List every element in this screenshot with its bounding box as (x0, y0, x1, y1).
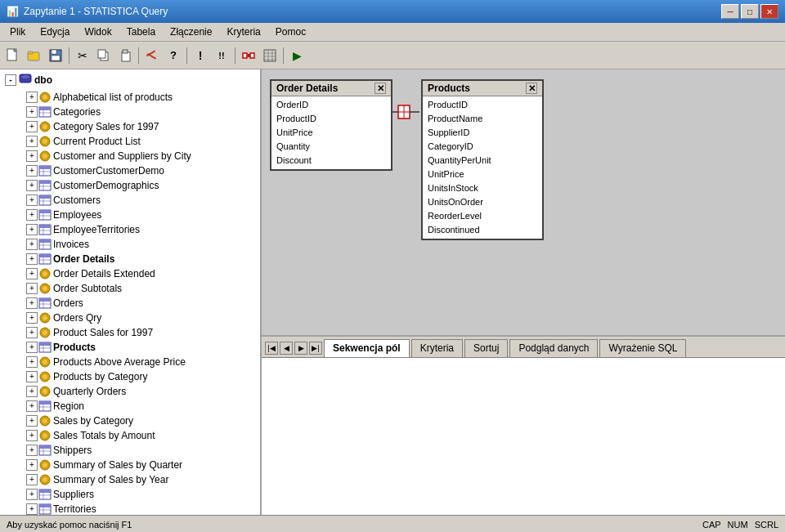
item-expand[interactable]: + (26, 239, 38, 250)
tab-nav-next[interactable]: ▶ (294, 342, 307, 355)
item-expand[interactable]: + (26, 297, 38, 309)
item-expand[interactable]: + (26, 268, 38, 279)
list-item[interactable]: + Sales Totals by Amount (0, 428, 260, 443)
item-expand[interactable]: + (26, 400, 38, 412)
list-item[interactable]: + Suppliers (0, 487, 260, 502)
field-productname[interactable]: ProductName (426, 112, 539, 126)
item-expand[interactable]: + (26, 489, 38, 500)
open-button[interactable] (25, 46, 44, 65)
order-details-close[interactable]: ✕ (375, 83, 386, 94)
menu-plik[interactable]: Plik (3, 25, 32, 39)
list-item[interactable]: + Territories (0, 502, 260, 515)
item-expand[interactable]: + (26, 371, 38, 382)
list-item[interactable]: + Products by Category (0, 369, 260, 384)
tree-panel[interactable]: - dbo + Alphabetical list of products + … (0, 69, 262, 515)
item-expand[interactable]: + (26, 253, 38, 265)
item-expand[interactable]: + (26, 474, 38, 485)
field-supplierid[interactable]: SupplierID (426, 126, 539, 140)
tab-sequence[interactable]: Sekwencja pól (324, 339, 410, 357)
save-button[interactable] (46, 46, 65, 65)
list-item[interactable]: + Summary of Sales by Quarter (0, 458, 260, 472)
list-item[interactable]: + Employees (0, 208, 260, 222)
dbo-expand[interactable]: - (5, 74, 16, 86)
list-item[interactable]: + Orders (0, 296, 260, 311)
item-expand[interactable]: + (26, 342, 38, 353)
field-orderid[interactable]: OrderID (275, 98, 388, 112)
list-item[interactable]: + Category Sales for 1997 (0, 119, 260, 134)
menu-kryteria[interactable]: Kryteria (220, 25, 267, 39)
item-expand[interactable]: + (26, 312, 38, 324)
item-expand[interactable]: + (26, 150, 38, 162)
tab-nav-first[interactable]: |◀ (265, 342, 278, 355)
tab-preview[interactable]: Podgląd danych (509, 339, 598, 357)
list-item[interactable]: + Order Subtotals (0, 281, 260, 296)
list-item[interactable]: + Shippers (0, 443, 260, 458)
item-expand[interactable]: + (26, 194, 38, 206)
products-header[interactable]: Products ✕ (423, 81, 542, 96)
item-expand[interactable]: + (26, 224, 38, 235)
list-item[interactable]: + CustomerDemographics (0, 178, 260, 193)
products-close[interactable]: ✕ (526, 83, 537, 94)
item-expand[interactable]: + (26, 503, 38, 515)
run2-button[interactable]: !! (212, 46, 231, 65)
list-item[interactable]: + Current Product List (0, 134, 260, 149)
list-item[interactable]: + EmployeeTerritories (0, 222, 260, 237)
item-expand[interactable]: + (26, 165, 38, 177)
close-button[interactable]: ✕ (760, 4, 778, 19)
tab-nav-prev[interactable]: ◀ (280, 342, 293, 355)
menu-widok[interactable]: Widok (78, 25, 118, 39)
field-quantity[interactable]: Quantity (275, 140, 388, 154)
new-button[interactable] (3, 46, 23, 65)
menu-pomoc[interactable]: Pomoc (269, 25, 312, 39)
tab-nav-last[interactable]: ▶| (309, 342, 322, 355)
field-reorderlevel[interactable]: ReorderLevel (426, 209, 539, 223)
order-details-header[interactable]: Order Details ✕ (271, 81, 391, 96)
item-expand[interactable]: + (26, 459, 38, 471)
minimize-button[interactable]: ─ (721, 4, 739, 19)
field-categoryid[interactable]: CategoryID (426, 140, 539, 154)
cut-button[interactable]: ✂ (73, 46, 92, 65)
field-quantityperunit[interactable]: QuantityPerUnit (426, 154, 539, 168)
list-item[interactable]: + Invoices (0, 237, 260, 252)
paste-button[interactable] (115, 46, 135, 65)
restore-button[interactable]: □ (741, 4, 759, 19)
item-expand[interactable]: + (26, 121, 38, 132)
field-productid[interactable]: ProductID (426, 98, 539, 112)
item-expand[interactable]: + (26, 415, 38, 427)
item-expand[interactable]: + (26, 386, 38, 397)
item-expand[interactable]: + (26, 106, 38, 118)
list-item-products[interactable]: + Products (0, 340, 260, 355)
menu-zlaczenie[interactable]: Złączenie (164, 25, 218, 39)
list-item[interactable]: + Summary of Sales by Year (0, 472, 260, 487)
list-item[interactable]: + Product Sales for 1997 (0, 325, 260, 340)
tab-sql[interactable]: Wyrażenie SQL (599, 339, 686, 357)
list-item[interactable]: + Products Above Average Price (0, 355, 260, 369)
help-button[interactable]: ? (164, 46, 183, 65)
copy-button[interactable] (94, 46, 114, 65)
list-item[interactable]: + Customers (0, 193, 260, 208)
item-expand[interactable]: + (26, 283, 38, 294)
list-item[interactable]: + Customer and Suppliers by City (0, 149, 260, 163)
field-discount[interactable]: Discount (275, 154, 388, 168)
connect-button[interactable] (239, 46, 258, 65)
erase-button[interactable] (142, 46, 162, 65)
menu-edycja[interactable]: Edycja (34, 25, 76, 39)
list-item[interactable]: + Orders Qry (0, 311, 260, 325)
field-discontinued[interactable]: Discontinued (426, 223, 539, 237)
item-expand[interactable]: + (26, 445, 38, 456)
list-item[interactable]: + Region (0, 399, 260, 414)
list-item[interactable]: + Quarterly Orders (0, 384, 260, 399)
item-expand[interactable]: + (26, 327, 38, 338)
item-expand[interactable]: + (26, 180, 38, 191)
field-productid[interactable]: ProductID (275, 112, 388, 126)
list-item[interactable]: + Alphabetical list of products (0, 90, 260, 105)
item-expand[interactable]: + (26, 430, 38, 441)
field-unitsonorder[interactable]: UnitsOnOrder (426, 195, 539, 209)
list-item[interactable]: + CustomerCustomerDemo (0, 163, 260, 178)
field-unitprice[interactable]: UnitPrice (426, 168, 539, 181)
menu-tabela[interactable]: Tabela (120, 25, 162, 39)
item-expand[interactable]: + (26, 356, 38, 368)
field-unitsinstock[interactable]: UnitsInStock (426, 181, 539, 195)
run1-button[interactable]: ! (191, 46, 210, 65)
tab-criteria[interactable]: Kryteria (411, 339, 463, 357)
